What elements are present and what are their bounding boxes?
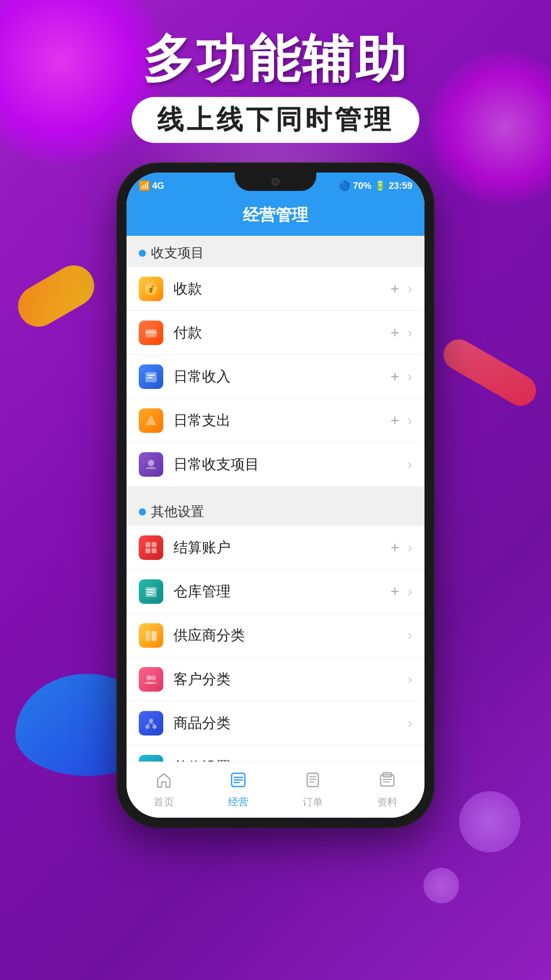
list-item-rczhichu[interactable]: 日常支出 + › [127, 399, 424, 443]
section-label-2: 其他设置 [127, 495, 424, 526]
nav-item-ziliao[interactable]: 资料 [350, 762, 424, 818]
khfl-label: 客户分类 [173, 670, 408, 689]
svg-text:💰: 💰 [145, 283, 157, 295]
shoukuan-chevron[interactable]: › [408, 281, 412, 297]
gyssfl-label: 供应商分类 [173, 626, 408, 645]
rcszsxm-actions: › [408, 456, 412, 473]
jszh-icon [139, 535, 163, 560]
rcszsxm-icon [139, 452, 163, 477]
fukuan-icon [139, 321, 163, 345]
list-group-1: 💰 收款 + › 付款 + [127, 267, 424, 486]
signal-text: 4G [152, 181, 164, 191]
cklc-label: 仓库管理 [173, 582, 390, 601]
rczhichu-chevron[interactable]: › [408, 412, 412, 429]
rcshouru-chevron[interactable]: › [408, 369, 412, 385]
section-title-1: 收支项目 [151, 244, 204, 262]
nav-label-jingying: 经营 [228, 795, 248, 809]
fukuan-chevron[interactable]: › [408, 325, 412, 341]
status-right: 🔵 70% 🔋 23:59 [339, 180, 412, 191]
gyssfl-chevron[interactable]: › [408, 627, 412, 644]
content-area: 收支项目 💰 收款 + › [127, 236, 424, 762]
svg-point-20 [151, 675, 156, 680]
jszh-chevron[interactable]: › [408, 540, 412, 556]
jingying-icon [229, 771, 247, 792]
khfl-actions: › [408, 671, 412, 688]
rcshouru-plus[interactable]: + [390, 369, 399, 384]
phone-screen: 📶 4G 🔵 70% 🔋 23:59 经营管理 [127, 173, 424, 818]
home-icon [155, 771, 173, 792]
cklc-plus[interactable]: + [390, 584, 399, 599]
nav-item-jingying[interactable]: 经营 [201, 762, 276, 818]
nav-label-home: 首页 [154, 795, 174, 809]
list-item-khfl[interactable]: 客户分类 › [127, 657, 424, 701]
spfl-chevron[interactable]: › [408, 715, 412, 731]
rcszsxm-label: 日常收支项目 [173, 455, 408, 474]
gyssfl-actions: › [408, 627, 412, 644]
svg-rect-11 [145, 548, 151, 553]
khfl-chevron[interactable]: › [408, 671, 412, 688]
svg-rect-12 [152, 548, 157, 553]
svg-rect-15 [147, 592, 155, 593]
svg-rect-10 [152, 542, 157, 547]
list-item-rcshouru[interactable]: 日常收入 + › [127, 355, 424, 399]
list-item-gyssfl[interactable]: 供应商分类 › [127, 614, 424, 657]
rczhichu-plus[interactable]: + [390, 413, 399, 428]
svg-rect-18 [152, 631, 157, 641]
svg-rect-6 [147, 377, 153, 378]
list-item-jszh[interactable]: 结算账户 + › [127, 526, 424, 570]
notch [235, 173, 316, 191]
svg-line-25 [151, 723, 155, 725]
rcszsxm-chevron[interactable]: › [408, 456, 412, 473]
main-title: 多功能辅助 [0, 31, 551, 87]
svg-rect-9 [145, 542, 151, 547]
list-item-spfl[interactable]: 商品分类 › [127, 701, 424, 745]
list-item-fukuan[interactable]: 付款 + › [127, 311, 424, 355]
nav-label-ziliao: 资料 [377, 795, 397, 809]
signal-icon: 📶 [139, 180, 150, 191]
fukuan-plus[interactable]: + [390, 325, 399, 340]
dwsz-icon [139, 755, 163, 762]
spfl-label: 商品分类 [173, 714, 408, 733]
fukuan-label: 付款 [173, 323, 390, 342]
jszh-actions: + › [390, 540, 412, 556]
rcshouru-icon [139, 364, 163, 389]
list-group-2: 结算账户 + › 仓库管理 + › [127, 526, 424, 762]
nav-item-home[interactable]: 首页 [127, 762, 201, 818]
battery-percent: 70% [353, 181, 371, 191]
bluetooth-icon: 🔵 [339, 180, 350, 191]
status-left: 📶 4G [139, 180, 164, 191]
section-title-2: 其他设置 [151, 503, 204, 521]
nav-label-dingdan: 订单 [303, 795, 323, 809]
shoukuan-plus[interactable]: + [390, 281, 399, 297]
promo-header: 多功能辅助 线上线下同时管理 [0, 31, 551, 143]
phone-body: 📶 4G 🔵 70% 🔋 23:59 经营管理 [117, 163, 434, 827]
section-separator [127, 486, 424, 495]
time-display: 23:59 [389, 181, 412, 191]
bottom-nav: 首页 经营 订单 [127, 762, 424, 818]
rczhichu-icon [139, 408, 163, 433]
app-header: 经营管理 [127, 197, 424, 236]
cklc-chevron[interactable]: › [408, 583, 412, 600]
list-item-cklc[interactable]: 仓库管理 + › [127, 570, 424, 614]
shoukuan-actions: + › [390, 281, 412, 297]
rczhichu-label: 日常支出 [173, 411, 390, 430]
list-item-shoukuan[interactable]: 💰 收款 + › [127, 267, 424, 311]
nav-item-dingdan[interactable]: 订单 [276, 762, 350, 818]
jszh-label: 结算账户 [173, 538, 390, 557]
list-item-dwsz[interactable]: 单位设置 › [127, 745, 424, 762]
list-item-rcszsxm[interactable]: 日常收支项目 › [127, 443, 424, 486]
svg-rect-16 [147, 594, 153, 595]
gyssfl-icon [139, 623, 163, 648]
spfl-icon [139, 711, 163, 736]
spfl-actions: › [408, 715, 412, 731]
shoukuan-icon: 💰 [139, 277, 163, 301]
svg-rect-17 [145, 631, 151, 641]
rczhichu-actions: + › [390, 412, 412, 429]
shoukuan-label: 收款 [173, 279, 390, 299]
sub-title-wrap: 线上线下同时管理 [132, 97, 419, 143]
cklc-actions: + › [390, 583, 412, 600]
battery-icon: 🔋 [374, 180, 386, 191]
svg-rect-5 [147, 375, 155, 376]
svg-point-23 [153, 725, 157, 729]
jszh-plus[interactable]: + [390, 540, 399, 555]
